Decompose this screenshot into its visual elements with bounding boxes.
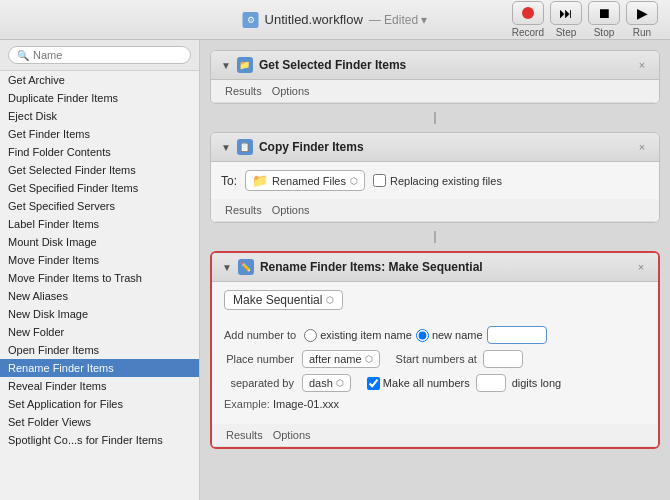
get-finder-results-tab[interactable]: Results — [221, 84, 266, 98]
digits-input[interactable]: 2 — [476, 374, 506, 392]
get-finder-icon: 📁 — [237, 57, 253, 73]
make-all-checkbox[interactable] — [367, 377, 380, 390]
copy-chevron-icon[interactable]: ▼ — [221, 142, 231, 153]
copy-finder-options-tab[interactable]: Options — [268, 203, 314, 217]
rename-finder-results-tab[interactable]: Results — [222, 428, 267, 442]
start-label: Start numbers at — [396, 353, 477, 365]
rename-chevron-icon[interactable]: ▼ — [222, 262, 232, 273]
example-prefix: Example: — [224, 398, 270, 410]
start-input[interactable]: 1 — [483, 350, 523, 368]
run-button[interactable]: ▶ Run — [626, 1, 658, 38]
sidebar-list: Get Archive Duplicate Finder Items Eject… — [0, 71, 199, 500]
sidebar-item-trash[interactable]: Move Finder Items to Trash — [0, 269, 199, 287]
sidebar-item-disk-image[interactable]: New Disk Image — [0, 305, 199, 323]
add-number-label: Add number to — [224, 329, 296, 341]
existing-radio-label: existing item name — [320, 329, 412, 341]
sidebar-item-set-folder[interactable]: Set Folder Views — [0, 413, 199, 431]
rename-finder-title: Rename Finder Items: Make Sequential — [260, 260, 628, 274]
rename-finder-close-button[interactable]: × — [634, 260, 648, 274]
sidebar-item-rename[interactable]: Rename Finder Items — [0, 359, 199, 377]
example-value: Image-01.xxx — [273, 398, 339, 410]
sidebar-item-folder-contents[interactable]: Find Folder Contents — [0, 143, 199, 161]
rename-finder-icon: ✏️ — [238, 259, 254, 275]
chevron-icon[interactable]: ▼ — [221, 60, 231, 71]
seq-dropdown[interactable]: Make Sequential ⬡ — [224, 290, 343, 310]
sidebar-item-label[interactable]: Label Finder Items — [0, 215, 199, 233]
sidebar-item-open[interactable]: Open Finder Items — [0, 341, 199, 359]
example-row: Example: Image-01.xxx — [224, 398, 646, 410]
sep-digits-row: separated by dash ⬡ Make all numbers 2 d… — [224, 374, 646, 392]
sidebar-item-folder[interactable]: New Folder — [0, 323, 199, 341]
sidebar-item-selected[interactable]: Get Selected Finder Items — [0, 161, 199, 179]
sep-row: separated by dash ⬡ — [224, 374, 351, 392]
make-all-checkbox-wrap: Make all numbers — [367, 377, 470, 390]
connector-1 — [210, 112, 660, 124]
sidebar-item-mount[interactable]: Mount Disk Image — [0, 233, 199, 251]
rename-finder-header: ▼ ✏️ Rename Finder Items: Make Sequentia… — [212, 253, 658, 282]
sidebar-item-set-app[interactable]: Set Application for Files — [0, 395, 199, 413]
folder-name: Renamed Files — [272, 175, 346, 187]
place-select[interactable]: after name ⬡ — [302, 350, 380, 368]
sep-select[interactable]: dash ⬡ — [302, 374, 351, 392]
connector-2 — [210, 231, 660, 243]
sidebar-item-duplicate[interactable]: Duplicate Finder Items — [0, 89, 199, 107]
sidebar-item-servers[interactable]: Get Specified Servers — [0, 197, 199, 215]
get-finder-close-button[interactable]: × — [635, 58, 649, 72]
sidebar-item-spotlight[interactable]: Spotlight Co...s for Finder Items — [0, 431, 199, 449]
replacing-checkbox-wrap: Replacing existing files — [373, 174, 502, 187]
name-input[interactable]: Image — [487, 326, 547, 344]
search-input-wrap[interactable]: 🔍 — [8, 46, 191, 64]
sidebar-item-aliases[interactable]: New Aliases — [0, 287, 199, 305]
sidebar-item-get-finder[interactable]: Get Finder Items — [0, 125, 199, 143]
newname-radio[interactable] — [416, 329, 429, 342]
copy-finder-header: ▼ 📋 Copy Finder Items × — [211, 133, 659, 162]
sep-label: separated by — [224, 377, 294, 389]
stop-button[interactable]: ⏹ Stop — [588, 1, 620, 38]
filename: Untitled.workflow — [265, 12, 363, 27]
sidebar-item-get-archive[interactable]: Get Archive — [0, 71, 199, 89]
edited-status: — Edited ▾ — [369, 13, 428, 27]
record-label: Record — [512, 27, 544, 38]
connector-line-1 — [434, 112, 436, 124]
folder-dropdown[interactable]: 📁 Renamed Files ⬡ — [245, 170, 365, 191]
rename-finder-card: ▼ ✏️ Rename Finder Items: Make Sequentia… — [210, 251, 660, 449]
sidebar-item-eject[interactable]: Eject Disk — [0, 107, 199, 125]
rename-finder-options-tab[interactable]: Options — [269, 428, 315, 442]
rename-finder-body: Make Sequential ⬡ Add number to existing… — [212, 282, 658, 424]
sidebar-item-specified[interactable]: Get Specified Finder Items — [0, 179, 199, 197]
sidebar: 🔍 Get Archive Duplicate Finder Items Eje… — [0, 40, 200, 500]
run-icon: ▶ — [626, 1, 658, 25]
toolbar-actions: Record ⏭ Step ⏹ Stop ▶ Run — [512, 1, 658, 38]
sidebar-item-move[interactable]: Move Finder Items — [0, 251, 199, 269]
replacing-checkbox[interactable] — [373, 174, 386, 187]
digits-long-label: digits long — [512, 377, 562, 389]
seq-dropdown-wrap: Make Sequential ⬡ — [224, 290, 646, 318]
start-row: Start numbers at 1 — [396, 350, 523, 368]
place-label: Place number — [224, 353, 294, 365]
copy-finder-icon: 📋 — [237, 139, 253, 155]
sidebar-item-reveal[interactable]: Reveal Finder Items — [0, 377, 199, 395]
copy-finder-results-tab[interactable]: Results — [221, 203, 266, 217]
to-label: To: — [221, 174, 237, 188]
search-input[interactable] — [33, 49, 182, 61]
step-button[interactable]: ⏭ Step — [550, 1, 582, 38]
seq-label: Make Sequential — [233, 293, 322, 307]
get-finder-options-tab[interactable]: Options — [268, 84, 314, 98]
titlebar: ⚙ Untitled.workflow — Edited ▾ Record ⏭ … — [0, 0, 670, 40]
get-finder-card: ▼ 📁 Get Selected Finder Items × Results … — [210, 50, 660, 104]
copy-finder-close-button[interactable]: × — [635, 140, 649, 154]
stop-icon: ⏹ — [588, 1, 620, 25]
digits-row: Make all numbers 2 digits long — [367, 374, 561, 392]
stop-label: Stop — [594, 27, 615, 38]
dropdown-arrow-icon: ⬡ — [350, 176, 358, 186]
newname-radio-label: new name — [432, 329, 483, 341]
newname-radio-option: new name — [416, 329, 483, 342]
run-label: Run — [633, 27, 651, 38]
search-icon: 🔍 — [17, 50, 29, 61]
step-icon: ⏭ — [550, 1, 582, 25]
copy-finder-card: ▼ 📋 Copy Finder Items × To: 📁 Renamed Fi… — [210, 132, 660, 223]
place-row: Place number after name ⬡ — [224, 350, 380, 368]
existing-radio[interactable] — [304, 329, 317, 342]
existing-radio-option: existing item name — [304, 329, 412, 342]
record-button[interactable]: Record — [512, 1, 544, 38]
